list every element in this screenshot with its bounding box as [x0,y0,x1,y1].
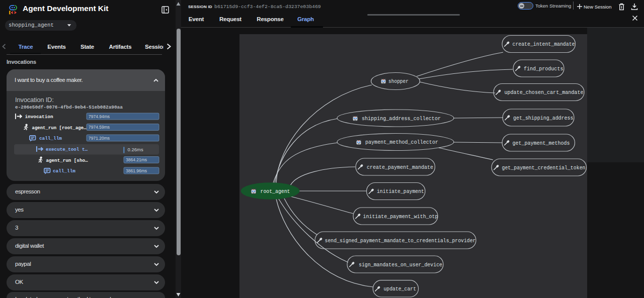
svg-text:get_payment_methods: get_payment_methods [513,141,570,146]
svg-text:agent_run [sho…: agent_run [sho… [46,158,88,163]
svg-text:3864.21ms: 3864.21ms [126,157,147,162]
svg-text:execute_tool t…: execute_tool t… [46,147,88,152]
svg-text:payment_method_collector: payment_method_collector [365,140,438,145]
svg-text:initiate_payment: initiate_payment [377,189,424,194]
svg-text:shopper: shopper [388,79,409,84]
svg-text:create_payment_mandate: create_payment_mandate [367,165,433,170]
svg-text:call_llm: call_llm [53,168,75,174]
svg-text:find_products: find_products [524,66,564,72]
svg-text:initiate_payment_with_otp: initiate_payment_with_otp [363,214,438,220]
svg-text:update_chosen_cart_mandate: update_chosen_cart_mandate [505,90,584,95]
svg-text:7974.59ms: 7974.59ms [89,125,110,130]
svg-text:root_agent: root_agent [261,189,290,194]
svg-text:shipping_address_collector: shipping_address_collector [362,116,441,122]
svg-text:sign_mandates_on_user_device: sign_mandates_on_user_device [359,262,442,268]
svg-text:send_signed_payment_mandate_to: send_signed_payment_mandate_to_credentia… [325,238,476,244]
svg-text:call_llm: call_llm [39,136,62,141]
svg-text:get_payment_credential_token: get_payment_credential_token [502,165,586,171]
svg-text:agent_run [root_age…: agent_run [root_age… [32,125,87,131]
svg-text:7971.20ms: 7971.20ms [89,136,110,141]
svg-text:0.26ms: 0.26ms [128,147,143,152]
svg-text:7974.94ms: 7974.94ms [89,114,110,119]
svg-text:invocation: invocation [25,114,53,120]
svg-text:create_intent_mandate: create_intent_mandate [513,42,575,47]
svg-text:get_shipping_address: get_shipping_address [513,116,574,121]
svg-text:update_cart: update_cart [384,286,417,292]
svg-text:3861.96ms: 3861.96ms [126,168,147,173]
